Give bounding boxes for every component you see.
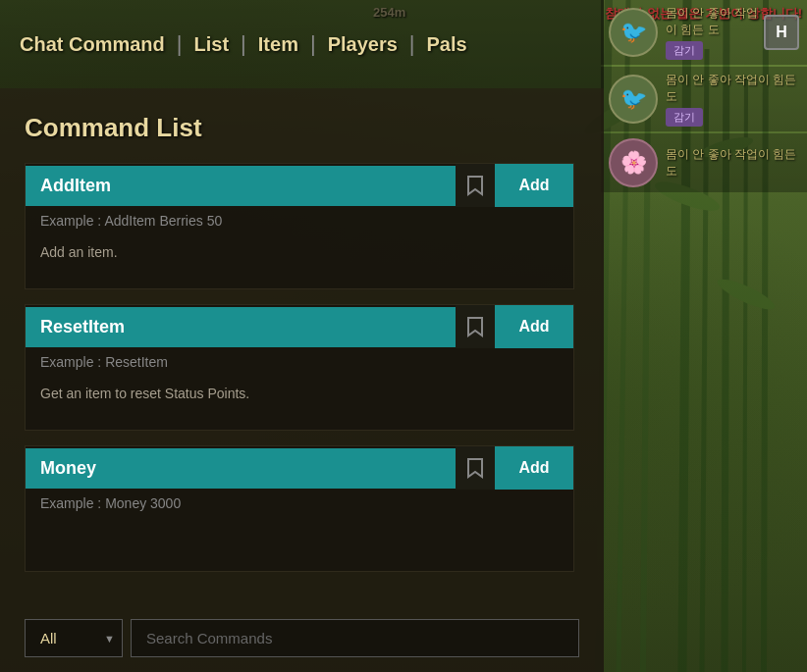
panel-title: Command List <box>25 113 579 143</box>
player-card-2: 🐦 몸이 안 좋아 작업이 힘든 도 감기 <box>601 67 807 131</box>
filter-select[interactable]: All Item Player World <box>25 619 123 657</box>
bookmark-resetitem[interactable] <box>456 305 495 348</box>
command-header-resetitem: ResetItem Add <box>26 305 573 348</box>
command-header-money: Money Add <box>26 446 573 490</box>
search-bar: All Item Player World <box>25 619 579 657</box>
player-status-2: 몸이 안 좋아 작업이 힘든 도 <box>666 72 799 105</box>
main-panel: Command List AddItem Add Example : AddIt… <box>0 88 604 672</box>
nav-separator-2: | <box>239 31 248 57</box>
command-example-resetitem: Example : ResetItem <box>26 348 573 376</box>
command-description-additem: Add an item. <box>26 234 573 288</box>
key-badge-h[interactable]: H <box>764 15 799 50</box>
filter-wrapper: All Item Player World <box>25 619 123 657</box>
command-example-money: Example : Money 3000 <box>26 490 573 517</box>
player-card-1: 🐦 몸이 안 좋아 작업이 힘든 도 감기 H <box>601 0 807 65</box>
nav-pals[interactable]: Pals <box>417 28 477 61</box>
add-button-money[interactable]: Add <box>495 446 573 490</box>
player-avatar-2: 🐦 <box>609 75 658 124</box>
player-status-1: 몸이 안 좋아 작업이 힘든 도 <box>666 5 764 38</box>
player-badge-2: 감기 <box>666 108 703 127</box>
player-badge-1: 감기 <box>666 41 703 60</box>
command-card-additem: AddItem Add Example : AddItem Berries 50… <box>25 163 574 289</box>
nav-item[interactable]: Item <box>248 28 308 61</box>
command-name-additem: AddItem <box>26 166 456 206</box>
command-name-money: Money <box>26 448 456 489</box>
player-avatar-1: 🐦 <box>609 8 658 57</box>
nav-players[interactable]: Players <box>318 28 407 61</box>
command-name-resetitem: ResetItem <box>26 307 456 347</box>
player-avatar-3: 🌸 <box>609 138 658 187</box>
bookmark-additem[interactable] <box>456 164 495 207</box>
nav-separator-4: | <box>407 31 417 57</box>
command-card-resetitem: ResetItem Add Example : ResetItem Get an… <box>25 304 574 431</box>
nav-list[interactable]: List <box>185 28 240 61</box>
search-input[interactable] <box>131 619 579 657</box>
nav-chat-command[interactable]: Chat Command <box>10 28 175 61</box>
bookmark-money[interactable] <box>456 446 495 490</box>
player-info-1: 몸이 안 좋아 작업이 힘든 도 감기 <box>666 5 764 60</box>
command-header-additem: AddItem Add <box>26 164 573 207</box>
command-example-additem: Example : AddItem Berries 50 <box>26 207 573 234</box>
nav-separator-1: | <box>175 31 185 57</box>
add-button-additem[interactable]: Add <box>495 164 573 207</box>
add-button-resetitem[interactable]: Add <box>495 305 573 348</box>
command-description-money <box>26 517 573 571</box>
command-list-area[interactable]: AddItem Add Example : AddItem Berries 50… <box>25 163 579 624</box>
player-card-3: 🌸 몸이 안 좋아 작업이 힘든 도 <box>601 133 807 192</box>
nav-separator-3: | <box>308 31 318 57</box>
right-panel: 🐦 몸이 안 좋아 작업이 힘든 도 감기 H 🐦 몸이 안 좋아 작업이 힘든… <box>601 0 807 672</box>
command-card-money: Money Add Example : Money 3000 <box>25 445 574 572</box>
player-info-2: 몸이 안 좋아 작업이 힘든 도 감기 <box>666 72 799 127</box>
player-status-3: 몸이 안 좋아 작업이 힘든 도 <box>666 146 799 180</box>
command-description-resetitem: Get an item to reset Status Points. <box>26 376 573 430</box>
player-info-3: 몸이 안 좋아 작업이 힘든 도 <box>666 146 799 180</box>
nav-bar: Chat Command | List | Item | Players | P… <box>0 0 604 88</box>
